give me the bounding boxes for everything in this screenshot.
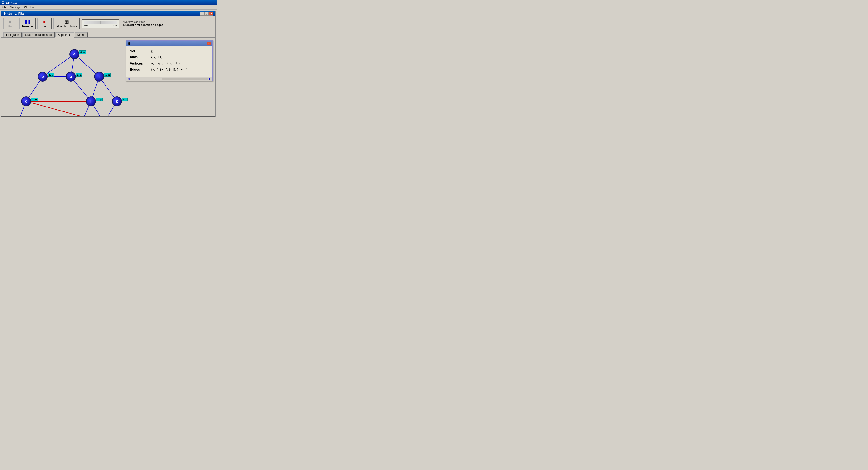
- tabs-row: Edit graph Graph characteristics Algorit…: [1, 31, 215, 38]
- pause-icon: ❚❚: [24, 19, 30, 24]
- tab-algorithms[interactable]: Algorithms: [55, 32, 74, 38]
- status-score: Graph score : 1,2,2,2,3,3,3,3,4,5: [74, 117, 213, 117]
- info-label-edges: Edges: [130, 68, 151, 71]
- resume-button[interactable]: ❚❚ Resume: [19, 18, 36, 29]
- menu-bar: File Settings Window: [0, 5, 217, 10]
- info-label-vertices: Vertices: [130, 61, 151, 65]
- app-title: GRALG: [6, 1, 17, 4]
- info-row-set: Set {}: [130, 49, 209, 53]
- node-label-i: 2, g: [96, 97, 103, 101]
- menu-window[interactable]: Window: [24, 6, 34, 9]
- info-panel-icon: ⚙: [128, 41, 131, 46]
- info-label-set: Set: [130, 49, 151, 53]
- scroll-left-button[interactable]: ◀: [127, 77, 130, 81]
- speed-fast-label: fast: [84, 24, 88, 27]
- tab-matrix[interactable]: Matrix: [75, 32, 88, 37]
- start-label: Start: [7, 25, 13, 28]
- info-panel: ⚙ ✕ Set {} FIFO i, k, d, l, n Vertices a…: [126, 40, 213, 81]
- algorithm-choice-button[interactable]: ▦ Algorithm choice: [54, 18, 80, 29]
- scroll-right-button[interactable]: ▶: [208, 77, 212, 81]
- info-panel-scrollbar: ◀ ▶: [126, 77, 213, 81]
- node-label-g: 1, a: [76, 73, 83, 77]
- speed-slider-left[interactable]: [84, 21, 100, 24]
- node-k[interactable]: k: [112, 96, 122, 106]
- window-icon: ⚙: [3, 12, 6, 15]
- status-bar: Number of incident edges : 3 Graph score…: [1, 116, 215, 117]
- info-panel-title-bar: ⚙ ✕: [126, 40, 213, 47]
- info-row-vertices: Vertices a, b, g, j, c, i, k, d, l, n: [130, 61, 209, 65]
- node-label-c: 2, b: [31, 97, 38, 101]
- info-panel-body: Set {} FIFO i, k, d, l, n Vertices a, b,…: [126, 47, 213, 77]
- tab-graph-characteristics[interactable]: Graph characteristics: [22, 32, 55, 37]
- speed-slow-label: slow: [112, 24, 117, 27]
- app-icon: ⚙: [1, 1, 4, 4]
- stop-button[interactable]: ■ Stop: [37, 18, 52, 29]
- node-i[interactable]: i: [86, 96, 96, 106]
- node-b[interactable]: b: [38, 72, 48, 82]
- info-value-edges: {a, b}, {a, g}, {a, j}, {b, c}, {b: [151, 68, 209, 71]
- speed-slider-right[interactable]: [100, 21, 117, 24]
- node-label-a: 0, a: [79, 51, 86, 54]
- node-label-b: 1, a: [48, 73, 54, 77]
- info-value-fifo: i, k, d, l, n: [151, 55, 209, 59]
- app-title-bar: ⚙ GRALG: [0, 0, 217, 5]
- scroll-track[interactable]: [131, 78, 208, 80]
- resume-label: Resume: [22, 25, 33, 28]
- node-label-j: 1, a: [104, 73, 111, 77]
- main-window: ⚙ strom1_PSa _ □ ✕ ▶ Start ❚❚ Resume ■ S…: [1, 10, 216, 117]
- maximize-button[interactable]: □: [205, 12, 209, 16]
- content-area: a 0, a b 1, a g 1, a j 1, a c 2,: [1, 38, 215, 116]
- speed-control: fast slow: [82, 19, 119, 28]
- info-row-edges: Edges {a, b}, {a, g}, {a, j}, {b, c}, {b: [130, 68, 209, 71]
- node-g[interactable]: g: [66, 72, 76, 82]
- stop-icon: ■: [43, 19, 46, 24]
- node-c[interactable]: c: [21, 96, 31, 106]
- menu-settings[interactable]: Settings: [10, 6, 20, 9]
- info-label-fifo: FIFO: [130, 55, 151, 59]
- node-label-k: 2, j: [122, 97, 128, 101]
- close-button[interactable]: ✕: [209, 12, 213, 16]
- menu-file[interactable]: File: [2, 6, 6, 9]
- status-incidents: Number of incident edges : 3: [3, 117, 74, 117]
- scroll-thumb[interactable]: [131, 78, 162, 80]
- info-row-fifo: FIFO i, k, d, l, n: [130, 55, 209, 59]
- node-a[interactable]: a: [69, 49, 80, 59]
- algorithm-label: Algorithm choice: [56, 25, 77, 28]
- stop-label: Stop: [41, 25, 48, 28]
- info-value-vertices: a, b, g, j, c, i, k, d, l, n: [151, 61, 209, 65]
- info-value-set: {}: [151, 49, 209, 53]
- minimize-button[interactable]: _: [200, 12, 204, 16]
- toolbar: ▶ Start ❚❚ Resume ■ Stop ▦ Algorithm cho…: [1, 16, 215, 31]
- window-title: strom1_PSa: [7, 12, 24, 15]
- algo-selected-name: Breadht first search on edges: [123, 23, 163, 27]
- info-panel-close-button[interactable]: ✕: [207, 42, 211, 46]
- algo-icon: ▦: [65, 19, 69, 24]
- node-j[interactable]: j: [94, 72, 104, 82]
- algo-info: Vybraný algoritmus: Breadht first search…: [123, 21, 163, 27]
- start-icon: ▶: [9, 19, 12, 24]
- algo-selected-label: Vybraný algoritmus:: [123, 21, 163, 23]
- tab-edit-graph[interactable]: Edit graph: [3, 32, 22, 37]
- window-title-bar: ⚙ strom1_PSa _ □ ✕: [1, 11, 215, 16]
- start-button[interactable]: ▶ Start: [3, 18, 18, 29]
